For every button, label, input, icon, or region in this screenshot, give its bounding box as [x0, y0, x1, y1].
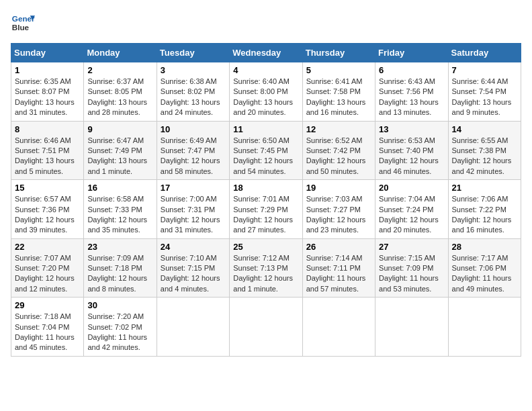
page-header: General Blue [11, 11, 521, 35]
sunset-text: Sunset: 7:27 PM [306, 205, 361, 214]
calendar-day-cell: 7 Sunrise: 6:44 AM Sunset: 7:54 PM Dayli… [448, 62, 521, 122]
day-info: Sunrise: 7:01 AM Sunset: 7:29 PM Dayligh… [233, 194, 298, 236]
daylight-label: Daylight: 13 hours and 20 minutes. [233, 98, 293, 116]
daylight-label: Daylight: 11 hours and 57 minutes. [306, 274, 366, 292]
day-info: Sunrise: 6:47 AM Sunset: 7:49 PM Dayligh… [87, 136, 152, 177]
sunrise-text: Sunrise: 6:57 AM [15, 195, 71, 203]
day-info: Sunrise: 6:46 AM Sunset: 7:51 PM Dayligh… [15, 136, 80, 177]
day-number: 17 [161, 183, 226, 193]
daylight-label: Daylight: 13 hours and 5 minutes. [15, 156, 75, 175]
day-number: 11 [233, 124, 298, 134]
calendar-week-row: 29 Sunrise: 7:18 AM Sunset: 7:04 PM Dayl… [11, 298, 521, 357]
sunrise-text: Sunrise: 6:53 AM [379, 136, 435, 144]
calendar-day-cell: 4 Sunrise: 6:40 AM Sunset: 8:00 PM Dayli… [230, 62, 302, 122]
weekday-header: Saturday [448, 44, 521, 62]
sunset-text: Sunset: 7:33 PM [87, 205, 142, 214]
day-number: 26 [306, 242, 371, 252]
calendar-day-cell: 5 Sunrise: 6:41 AM Sunset: 7:58 PM Dayli… [302, 62, 375, 122]
calendar-day-cell: 25 Sunrise: 7:12 AM Sunset: 7:13 PM Dayl… [230, 238, 302, 298]
day-number: 18 [233, 183, 298, 193]
daylight-label: Daylight: 12 hours and 35 minutes. [87, 216, 147, 234]
day-number: 10 [161, 124, 226, 134]
weekday-header: Tuesday [157, 44, 229, 62]
day-number: 9 [87, 124, 152, 134]
sunset-text: Sunset: 7:04 PM [15, 323, 69, 331]
sunrise-text: Sunrise: 6:52 AM [306, 136, 363, 144]
daylight-label: Daylight: 13 hours and 31 minutes. [15, 98, 75, 116]
daylight-label: Daylight: 12 hours and 16 minutes. [452, 216, 512, 234]
day-info: Sunrise: 7:20 AM Sunset: 7:02 PM Dayligh… [87, 312, 152, 353]
calendar-day-cell: 9 Sunrise: 6:47 AM Sunset: 7:49 PM Dayli… [84, 121, 157, 180]
calendar-day-cell: 6 Sunrise: 6:43 AM Sunset: 7:56 PM Dayli… [375, 62, 448, 122]
daylight-label: Daylight: 12 hours and 42 minutes. [452, 156, 512, 175]
calendar-day-cell: 24 Sunrise: 7:10 AM Sunset: 7:15 PM Dayl… [157, 238, 229, 298]
sunset-text: Sunset: 7:56 PM [379, 87, 433, 95]
day-number: 12 [306, 124, 371, 134]
day-number: 24 [161, 242, 226, 252]
sunset-text: Sunset: 7:24 PM [379, 205, 433, 214]
sunrise-text: Sunrise: 7:20 AM [87, 312, 144, 320]
daylight-label: Daylight: 11 hours and 45 minutes. [15, 333, 75, 351]
day-info: Sunrise: 7:15 AM Sunset: 7:09 PM Dayligh… [379, 253, 444, 295]
calendar-day-cell: 19 Sunrise: 7:03 AM Sunset: 7:27 PM Dayl… [302, 180, 375, 239]
calendar-week-row: 1 Sunrise: 6:35 AM Sunset: 8:07 PM Dayli… [11, 62, 521, 122]
calendar-day-cell: 11 Sunrise: 6:50 AM Sunset: 7:45 PM Dayl… [230, 121, 302, 180]
calendar-day-cell: 27 Sunrise: 7:15 AM Sunset: 7:09 PM Dayl… [375, 238, 448, 298]
sunset-text: Sunset: 8:00 PM [233, 87, 287, 95]
day-info: Sunrise: 6:44 AM Sunset: 7:54 PM Dayligh… [452, 77, 517, 118]
calendar-day-cell: 3 Sunrise: 6:38 AM Sunset: 8:02 PM Dayli… [157, 62, 229, 122]
day-info: Sunrise: 7:04 AM Sunset: 7:24 PM Dayligh… [379, 194, 444, 236]
daylight-label: Daylight: 12 hours and 31 minutes. [161, 216, 220, 234]
calendar-day-cell: 17 Sunrise: 7:00 AM Sunset: 7:31 PM Dayl… [157, 180, 229, 239]
sunset-text: Sunset: 7:31 PM [161, 205, 215, 214]
sunset-text: Sunset: 7:58 PM [306, 87, 361, 95]
daylight-label: Daylight: 13 hours and 28 minutes. [87, 98, 147, 116]
sunset-text: Sunset: 7:22 PM [452, 205, 506, 214]
sunset-text: Sunset: 7:36 PM [15, 205, 69, 214]
sunrise-text: Sunrise: 7:17 AM [452, 254, 508, 262]
calendar-day-cell: 14 Sunrise: 6:55 AM Sunset: 7:38 PM Dayl… [448, 121, 521, 180]
day-info: Sunrise: 7:10 AM Sunset: 7:15 PM Dayligh… [161, 253, 226, 295]
daylight-label: Daylight: 13 hours and 1 minute. [87, 156, 147, 175]
day-info: Sunrise: 6:35 AM Sunset: 8:07 PM Dayligh… [15, 77, 80, 118]
day-number: 29 [15, 300, 80, 310]
sunset-text: Sunset: 8:07 PM [15, 87, 69, 95]
day-info: Sunrise: 6:50 AM Sunset: 7:45 PM Dayligh… [233, 136, 298, 177]
sunrise-text: Sunrise: 7:01 AM [233, 195, 290, 203]
weekday-header: Friday [375, 44, 448, 62]
day-number: 20 [379, 183, 444, 193]
calendar-day-cell: 22 Sunrise: 7:07 AM Sunset: 7:20 PM Dayl… [11, 238, 84, 298]
day-number: 8 [15, 124, 80, 134]
daylight-label: Daylight: 11 hours and 53 minutes. [379, 274, 439, 292]
daylight-label: Daylight: 12 hours and 1 minute. [233, 274, 293, 292]
day-info: Sunrise: 7:09 AM Sunset: 7:18 PM Dayligh… [87, 253, 152, 295]
day-info: Sunrise: 6:49 AM Sunset: 7:47 PM Dayligh… [161, 136, 226, 177]
daylight-label: Daylight: 12 hours and 27 minutes. [233, 216, 293, 234]
daylight-label: Daylight: 11 hours and 49 minutes. [452, 274, 512, 292]
sunset-text: Sunset: 7:54 PM [452, 87, 506, 95]
sunrise-text: Sunrise: 7:06 AM [452, 195, 508, 203]
sunrise-text: Sunrise: 6:55 AM [452, 136, 508, 144]
day-info: Sunrise: 6:53 AM Sunset: 7:40 PM Dayligh… [379, 136, 444, 177]
calendar-table: SundayMondayTuesdayWednesdayThursdayFrid… [11, 43, 521, 357]
sunset-text: Sunset: 7:51 PM [15, 146, 69, 154]
calendar-day-cell: 2 Sunrise: 6:37 AM Sunset: 8:05 PM Dayli… [84, 62, 157, 122]
calendar-week-row: 8 Sunrise: 6:46 AM Sunset: 7:51 PM Dayli… [11, 121, 521, 180]
day-number: 21 [452, 183, 517, 193]
day-number: 13 [379, 124, 444, 134]
calendar-day-cell: 29 Sunrise: 7:18 AM Sunset: 7:04 PM Dayl… [11, 298, 84, 357]
calendar-day-cell: 13 Sunrise: 6:53 AM Sunset: 7:40 PM Dayl… [375, 121, 448, 180]
calendar-week-row: 22 Sunrise: 7:07 AM Sunset: 7:20 PM Dayl… [11, 238, 521, 298]
day-number: 27 [379, 242, 444, 252]
daylight-label: Daylight: 13 hours and 16 minutes. [306, 98, 366, 116]
sunrise-text: Sunrise: 6:50 AM [233, 136, 290, 144]
day-number: 2 [87, 65, 152, 75]
calendar-day-cell: 26 Sunrise: 7:14 AM Sunset: 7:11 PM Dayl… [302, 238, 375, 298]
calendar-body: 1 Sunrise: 6:35 AM Sunset: 8:07 PM Dayli… [11, 62, 521, 357]
calendar-day-cell: 16 Sunrise: 6:58 AM Sunset: 7:33 PM Dayl… [84, 180, 157, 239]
daylight-label: Daylight: 12 hours and 23 minutes. [306, 216, 366, 234]
sunrise-text: Sunrise: 6:44 AM [452, 77, 508, 85]
sunset-text: Sunset: 7:45 PM [233, 146, 287, 154]
sunset-text: Sunset: 8:02 PM [161, 87, 215, 95]
sunset-text: Sunset: 7:18 PM [87, 264, 142, 272]
